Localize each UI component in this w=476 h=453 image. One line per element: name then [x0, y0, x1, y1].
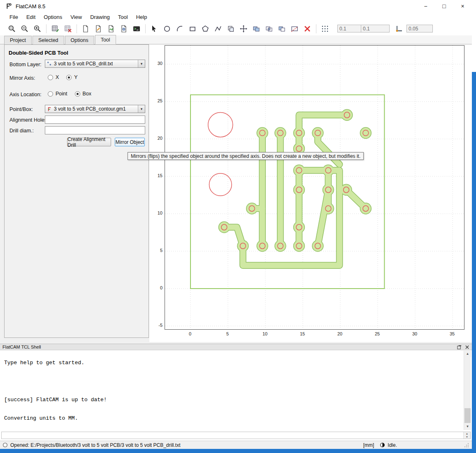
menu-options[interactable]: Options — [39, 13, 66, 21]
double-sided-pcb-tool-panel: Double-Sided PCB Tool Bottom Layer: 3 vo… — [4, 44, 149, 338]
mirror-axis-y-radio[interactable] — [66, 75, 72, 80]
y-axis-tick-label: 5 — [150, 248, 163, 253]
mirror-axis-label: Mirror Axis: — [9, 75, 35, 81]
tcl-command-input[interactable] — [2, 432, 462, 439]
move-shape-icon[interactable] — [238, 23, 249, 34]
command-scroll-icons[interactable]: ▲▼ — [463, 432, 470, 439]
cut-path-icon[interactable] — [289, 23, 300, 34]
tcl-command-line: ▲▼ — [1, 432, 471, 439]
shell-scrollbar[interactable]: ▲ ▼ — [464, 351, 471, 430]
open-gerber-icon[interactable] — [106, 23, 116, 34]
pad — [275, 241, 286, 251]
plot-canvas[interactable] — [165, 45, 464, 330]
alignment-holes-label: Alignment Holes: — [9, 117, 49, 123]
resize-grip[interactable] — [464, 442, 469, 448]
tab-selected[interactable]: Selected — [33, 36, 64, 44]
snap-grid-icon[interactable] — [320, 23, 330, 34]
menu-tool[interactable]: Tool — [114, 13, 132, 21]
menu-edit[interactable]: Edit — [22, 13, 39, 21]
draw-arc-icon[interactable] — [174, 23, 185, 34]
mirror-axis-x-radio[interactable] — [48, 75, 53, 80]
snap-corner-icon[interactable] — [394, 23, 404, 34]
clear-plot-icon[interactable] — [63, 23, 73, 34]
axis-location-radios: Point Box — [48, 91, 91, 97]
draw-polygon-icon[interactable] — [200, 23, 211, 34]
pad — [360, 128, 371, 138]
mount-hole — [208, 112, 233, 137]
tab-tool[interactable]: Tool — [95, 35, 116, 44]
draw-path-icon[interactable] — [213, 23, 223, 34]
status-state: Idle. — [388, 442, 397, 448]
pcb-drawing — [165, 46, 464, 329]
scroll-down-icon[interactable]: ▼ — [464, 423, 471, 430]
menu-help[interactable]: Help — [132, 13, 151, 21]
grid-y-input[interactable] — [361, 25, 390, 32]
bottom-layer-combobox[interactable]: 3 volt to 5 volt PCB_drill.txt ▾ — [45, 60, 145, 68]
zoom-in-icon[interactable] — [32, 23, 43, 34]
tab-project[interactable]: Project — [4, 36, 32, 44]
polygon-intersection-icon[interactable] — [264, 23, 274, 34]
minimize-button[interactable]: − — [416, 0, 435, 12]
menu-view[interactable]: View — [66, 13, 86, 21]
close-shell-icon[interactable] — [465, 345, 469, 349]
status-message: Opened: E:/Projects/Bluetooth/3 volt to … — [10, 442, 363, 448]
pad — [257, 128, 267, 138]
flatcam-window: FlatCAM 8.5 − □ × File Edit Options View… — [0, 0, 472, 449]
window-title: FlatCAM 8.5 — [16, 3, 45, 9]
y-axis-tick-label: 10 — [150, 210, 163, 215]
scroll-up-icon[interactable]: ▲ — [464, 351, 471, 357]
status-activity-icon — [2, 442, 8, 448]
draw-rectangle-icon[interactable] — [187, 23, 198, 34]
polygon-subtract-icon[interactable] — [276, 23, 287, 34]
alignment-holes-input[interactable] — [45, 116, 145, 124]
x-axis-tick-label: 35 — [446, 331, 458, 336]
status-bar: Opened: E:/Projects/Bluetooth/3 volt to … — [0, 441, 472, 449]
new-project-icon[interactable] — [80, 23, 91, 34]
tcl-shell-header[interactable]: FlatCAM TCL Shell — [0, 344, 472, 350]
mirror-object-button[interactable]: Mirror Object — [115, 138, 145, 146]
title-bar: FlatCAM 8.5 − □ × — [0, 0, 472, 12]
create-alignment-drill-button[interactable]: Create Alignment Drill — [67, 138, 111, 146]
pad — [323, 185, 333, 195]
point-box-label: Point/Box: — [9, 106, 33, 112]
x-axis-tick-label: 15 — [296, 331, 309, 336]
tcl-shell-output[interactable]: Type help to get started. [success] Flat… — [1, 351, 464, 430]
maximize-button[interactable]: □ — [435, 0, 453, 12]
menu-drawing[interactable]: Drawing — [86, 13, 114, 21]
grid-x-input[interactable] — [337, 25, 361, 32]
pad — [313, 128, 323, 138]
mirror-axis-radios: X Y — [48, 74, 78, 80]
pad — [247, 203, 257, 214]
pad — [275, 128, 286, 138]
x-axis-tick-label: 25 — [371, 331, 383, 336]
pad — [360, 203, 371, 214]
open-excellon-icon[interactable] — [118, 23, 129, 34]
snap-max-input[interactable] — [406, 25, 433, 32]
open-project-icon[interactable] — [93, 23, 104, 34]
zoom-fit-icon[interactable] — [7, 23, 17, 34]
close-button[interactable]: × — [453, 0, 472, 12]
mount-hole — [209, 173, 232, 196]
point-box-combobox[interactable]: 3 volt to 5 volt PCB_contour.gm1 ▾ — [45, 105, 145, 113]
y-axis-tick-label: -5 — [150, 323, 163, 328]
replot-icon[interactable] — [50, 23, 60, 34]
polygon-union-icon[interactable] — [251, 23, 262, 34]
board-outline — [190, 95, 384, 289]
axis-location-box-radio[interactable] — [75, 91, 80, 97]
shell-icon[interactable] — [131, 23, 142, 34]
select-icon[interactable] — [149, 23, 160, 34]
menu-file[interactable]: File — [5, 13, 22, 21]
x-axis-tick-label: 20 — [334, 331, 346, 336]
gerber-object-icon — [47, 106, 52, 112]
tab-options[interactable]: Options — [65, 36, 94, 44]
y-axis-tick-label: 15 — [150, 173, 163, 178]
draw-circle-icon[interactable] — [162, 23, 172, 34]
drill-diam-input[interactable] — [45, 126, 145, 134]
delete-shape-icon[interactable] — [302, 23, 313, 34]
axis-location-point-radio[interactable] — [48, 91, 53, 97]
pad — [341, 185, 351, 195]
zoom-out-icon[interactable] — [19, 23, 30, 34]
scrollbar-thumb[interactable] — [464, 408, 471, 423]
copy-shape-icon[interactable] — [225, 23, 236, 34]
undock-icon[interactable] — [457, 345, 462, 349]
